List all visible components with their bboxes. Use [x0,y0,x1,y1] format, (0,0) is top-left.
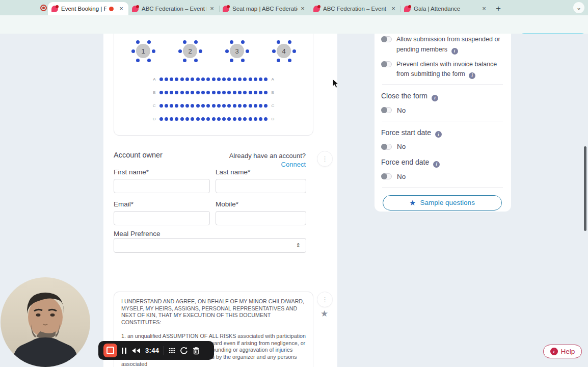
seat-dot[interactable] [191,117,194,121]
seat-dot[interactable] [165,77,168,81]
info-icon[interactable]: i [432,95,438,101]
seat-dot[interactable] [185,77,189,81]
trash-icon[interactable] [193,347,200,355]
scrollbar-thumb[interactable] [584,146,586,231]
seat-dot[interactable] [201,91,205,94]
pause-icon[interactable] [122,348,126,354]
text-input[interactable] [114,179,210,193]
seat-dot[interactable] [201,117,205,121]
seat-dot[interactable] [288,40,291,44]
seat-dot[interactable] [243,117,247,121]
stop-recording-button[interactable] [103,344,117,357]
seat-dot[interactable] [238,77,242,81]
seat-dot[interactable] [152,49,155,53]
seat-dot[interactable] [180,91,184,94]
toggle-switch[interactable] [381,36,392,42]
seat-dot[interactable] [233,117,236,121]
seat-dot[interactable] [264,104,268,108]
tab-close-icon[interactable]: × [299,5,306,12]
help-button[interactable]: i Help [543,345,582,358]
seat-dot[interactable] [212,117,216,121]
tab-close-icon[interactable]: × [118,5,125,12]
toggle-switch[interactable] [381,61,392,67]
tab-close-icon[interactable]: × [208,5,216,12]
seat-dot[interactable] [249,77,252,81]
seat-dot[interactable] [212,104,216,108]
seat-dot[interactable] [175,91,178,94]
seat-dot[interactable] [259,91,262,94]
info-icon[interactable]: i [435,131,442,138]
seat-dot[interactable] [277,40,280,44]
seat-dot[interactable] [165,104,168,108]
connect-link[interactable]: Connect [281,161,306,168]
seat-dot[interactable] [159,117,163,121]
seat-dot[interactable] [196,117,200,121]
seat-dot[interactable] [233,77,236,81]
seat-dot[interactable] [185,91,189,94]
seat-dot[interactable] [227,104,231,108]
seat-dot[interactable] [175,117,178,121]
seat-dot[interactable] [246,49,249,53]
seat-dot[interactable] [259,117,262,121]
seat-dot[interactable] [212,77,216,81]
seat-dot[interactable] [249,104,252,108]
seat-dot[interactable] [191,91,194,94]
seat-dot[interactable] [201,104,205,108]
seat-dot[interactable] [217,77,221,81]
seat-dot[interactable] [225,49,229,53]
seat-dot[interactable] [217,104,221,108]
seat-dot[interactable] [175,104,178,108]
seat-dot[interactable] [196,91,200,94]
seat-dot[interactable] [238,91,242,94]
seat-dot[interactable] [243,104,247,108]
seat-dot[interactable] [183,59,186,62]
webcam-overlay[interactable] [1,277,90,367]
seat-dot[interactable] [259,77,262,81]
seat-dot[interactable] [222,77,226,81]
browser-tab[interactable]: ABC Federation – Event Book× [310,2,400,15]
browser-tab[interactable]: Seat map | ABC Federation× [219,2,310,15]
toggle-switch[interactable] [381,173,392,179]
seat-dot[interactable] [147,59,151,62]
browser-tab[interactable]: Event Booking | Form | AB× [48,2,128,15]
seat-dot[interactable] [241,40,245,44]
seat-dot[interactable] [180,77,184,81]
seat-dot[interactable] [170,117,173,121]
seat-dot[interactable] [272,49,276,53]
waiver-menu-kebab-icon[interactable]: ⋮ [317,292,333,307]
seat-dot[interactable] [165,117,168,121]
seat-dot[interactable] [238,104,242,108]
seat-dot[interactable] [243,91,247,94]
seat-dot[interactable] [183,40,186,44]
seat-dot[interactable] [264,117,268,121]
seat-dot[interactable] [212,91,216,94]
tab-search-chevron-icon[interactable]: ⌄ [573,2,584,13]
seat-dot[interactable] [254,91,257,94]
seat-dot[interactable] [131,49,135,53]
seat-dot[interactable] [170,104,173,108]
seat-dot[interactable] [230,59,233,62]
seat-dot[interactable] [217,91,221,94]
tab-close-icon[interactable]: × [480,5,488,12]
seat-dot[interactable] [159,77,163,81]
seat-dot[interactable] [175,77,178,81]
seat-dot[interactable] [201,77,205,81]
seat-dot[interactable] [199,49,202,53]
seat-dot[interactable] [206,104,210,108]
seat-dot[interactable] [230,40,233,44]
seat-dot[interactable] [206,91,210,94]
seat-dot[interactable] [254,77,257,81]
seat-dot[interactable] [194,40,198,44]
seat-dot[interactable] [191,104,194,108]
seat-dot[interactable] [180,104,184,108]
seat-dot[interactable] [185,104,189,108]
seat-dot[interactable] [241,59,245,62]
seat-dot[interactable] [170,77,173,81]
seat-dot[interactable] [185,117,189,121]
seat-dot[interactable] [194,59,198,62]
meal-preference-select[interactable]: ⇕ [114,238,306,253]
section-menu-kebab-icon[interactable]: ⋮ [317,151,333,167]
seat-dot[interactable] [227,91,231,94]
seat-dot[interactable] [159,104,163,108]
seat-dot[interactable] [238,117,242,121]
